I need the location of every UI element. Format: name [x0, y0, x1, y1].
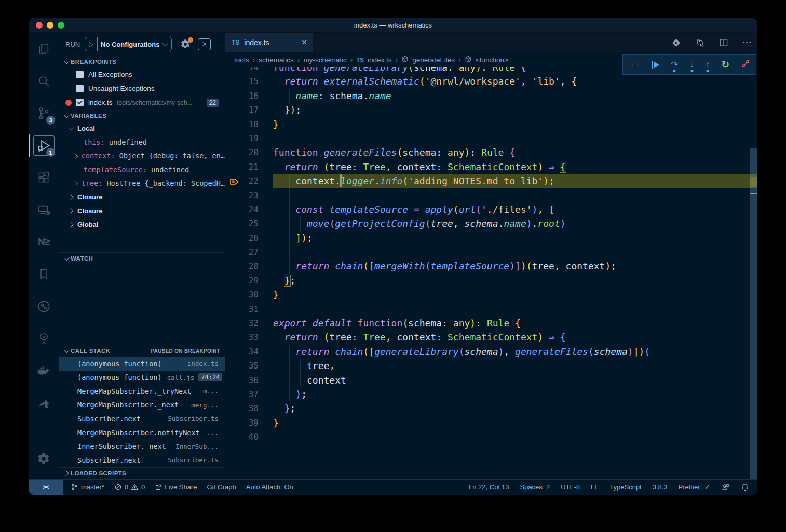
step-out-button[interactable]: ↑	[706, 60, 710, 70]
line-number-gutter[interactable]: 26	[225, 231, 273, 245]
variable-row[interactable]: tree: HostTree {_backend: ScopedH…	[59, 176, 225, 190]
call-stack-frame[interactable]: MergeMapSubscriber.notifyNext...	[59, 426, 225, 440]
sidebar-item-git-graph[interactable]	[29, 290, 59, 322]
tab-index-ts[interactable]: TS index.ts ×	[225, 33, 313, 52]
sidebar-item-search[interactable]	[29, 65, 59, 97]
variables-header[interactable]: VARIABLES	[59, 110, 225, 121]
eol-status[interactable]: LF	[591, 483, 599, 491]
line-number-gutter[interactable]: 29	[225, 274, 273, 288]
manage-gear-button[interactable]	[29, 443, 59, 475]
line-number-gutter[interactable]: 33	[225, 330, 273, 344]
line-number-gutter[interactable]: 27	[225, 245, 273, 259]
step-into-button[interactable]: ↓	[689, 60, 694, 70]
line-number-gutter[interactable]: 38	[225, 401, 273, 415]
sidebar-item-source-control[interactable]: 3	[29, 97, 59, 129]
line-number-gutter[interactable]: 25	[225, 216, 273, 230]
call-stack-frame[interactable]: MergeMapSubscriber._tryNextm...	[59, 384, 225, 398]
line-number-gutter[interactable]: 34	[225, 345, 273, 359]
line-number-gutter[interactable]: 28	[225, 259, 273, 273]
sidebar-item-bookmarks[interactable]	[29, 258, 59, 290]
line-number-gutter[interactable]: 35	[225, 359, 273, 373]
encoding-status[interactable]: UTF-8	[561, 483, 580, 491]
checkbox-checked[interactable]	[76, 99, 84, 106]
variable-row[interactable]: context: Object {debug: false, en…	[59, 149, 225, 163]
sidebar-item-docker[interactable]	[29, 354, 59, 387]
variable-row[interactable]: Closure	[59, 190, 225, 204]
breadcrumb-item[interactable]: index.ts	[368, 56, 392, 64]
call-stack-frame[interactable]: Subscriber.nextSubscriber.ts	[59, 412, 225, 426]
breakpoint-row[interactable]: index.ts tools/schematics/my-sch... 22	[59, 96, 225, 110]
line-number-gutter[interactable]: 24	[225, 202, 273, 216]
sidebar-item-project-share[interactable]	[29, 387, 59, 419]
call-stack-frame[interactable]: Subscriber.nextSubscriber.ts	[59, 453, 225, 467]
line-number-gutter[interactable]: 23	[225, 188, 273, 202]
prettier-status[interactable]: Prettier: ✓	[679, 483, 710, 491]
sidebar-item-run-debug[interactable]: 1	[29, 129, 59, 161]
live-share-button[interactable]: Live Share	[155, 483, 197, 491]
run-diamond-icon[interactable]	[671, 38, 681, 48]
line-number-gutter[interactable]: 20	[225, 145, 273, 159]
sidebar-item-extensions[interactable]	[29, 161, 59, 194]
debug-console-button[interactable]: >	[198, 38, 211, 50]
zoom-window-button[interactable]	[58, 22, 64, 29]
breadcrumb-item[interactable]: my-schematic	[303, 56, 346, 64]
remote-indicator[interactable]: ><	[29, 480, 63, 495]
language-mode-status[interactable]: TypeScript	[609, 483, 641, 491]
minimize-window-button[interactable]	[47, 22, 53, 29]
breakpoint-row[interactable]: All Exceptions	[59, 67, 225, 81]
call-stack-header[interactable]: CALL STACK PAUSED ON BREAKPOINT	[59, 345, 225, 357]
line-number-gutter[interactable]: 15	[225, 74, 273, 88]
indentation-status[interactable]: Spaces: 2	[520, 483, 550, 491]
checkbox-unchecked[interactable]	[76, 85, 84, 92]
restart-button[interactable]: ↻	[721, 59, 729, 71]
typescript-version-status[interactable]: 3.8.3	[653, 483, 668, 491]
start-debug-icon[interactable]: ▷	[85, 40, 97, 48]
feedback-button[interactable]	[721, 483, 730, 492]
checkbox-unchecked[interactable]	[76, 71, 84, 78]
close-tab-icon[interactable]: ×	[302, 37, 307, 48]
configure-launch-button[interactable]	[180, 39, 191, 49]
loaded-scripts-header[interactable]: LOADED SCRIPTS	[59, 467, 225, 479]
line-number-gutter[interactable]: 40	[225, 430, 273, 444]
line-number-gutter[interactable]: 16	[225, 89, 273, 103]
breadcrumb-item[interactable]: schematics	[259, 56, 294, 64]
call-stack-frame[interactable]: (anonymous function)index.ts	[59, 357, 225, 371]
sidebar-item-remote-explorer[interactable]	[29, 194, 59, 226]
line-number-gutter[interactable]: 30	[225, 288, 273, 302]
breadcrumb-item[interactable]: tools	[234, 56, 249, 64]
line-number-gutter[interactable]: 36	[225, 373, 273, 387]
notifications-button[interactable]	[741, 483, 749, 492]
variable-row[interactable]: this: undefined	[59, 135, 225, 149]
breakpoints-header[interactable]: BREAKPOINTS	[59, 56, 225, 67]
line-number-gutter[interactable]: 21	[225, 160, 273, 174]
launch-config-dropdown[interactable]: ▷ No Configurations	[85, 37, 172, 51]
step-over-button[interactable]: ↷	[671, 59, 678, 70]
breakpoint-row[interactable]: Uncaught Exceptions	[59, 81, 225, 96]
breadcrumb-item[interactable]: <function>	[476, 56, 508, 64]
call-stack-frame[interactable]: InnerSubscriber._nextInnerSub...	[59, 440, 225, 454]
auto-attach-toggle[interactable]: Auto Attach: On	[246, 483, 293, 491]
more-actions-icon[interactable]: ···	[742, 38, 752, 47]
continue-button[interactable]	[652, 61, 660, 69]
disconnect-button[interactable]	[741, 59, 750, 71]
variable-row[interactable]: Global	[59, 218, 225, 232]
compare-changes-icon[interactable]	[695, 38, 705, 48]
call-stack-frame[interactable]: (anonymous function)call.js74:24	[59, 371, 225, 385]
variable-row[interactable]: templateSource: undefined	[59, 163, 225, 177]
variable-row[interactable]: Local	[59, 121, 225, 135]
sidebar-item-nx-console[interactable]: N≥	[29, 226, 59, 258]
cursor-position-status[interactable]: Ln 22, Col 13	[469, 483, 509, 491]
close-window-button[interactable]	[36, 22, 43, 29]
line-number-gutter[interactable]: 39	[225, 416, 273, 430]
call-stack-frame[interactable]: MergeMapSubscriber._nextmerg...	[59, 398, 225, 412]
code-editor[interactable]: 14function generateLibrary(schema: any):…	[225, 67, 757, 479]
line-number-gutter[interactable]: 18	[225, 117, 273, 131]
line-number-gutter[interactable]: 37	[225, 387, 273, 401]
sidebar-item-explorer[interactable]	[29, 33, 59, 65]
git-graph-button[interactable]: Git Graph	[207, 483, 236, 491]
line-number-gutter[interactable]: 19	[225, 131, 273, 145]
line-number-gutter[interactable]: 32	[225, 316, 273, 330]
line-number-gutter[interactable]: 17	[225, 103, 273, 117]
editor-scrollbar[interactable]	[750, 148, 757, 479]
breadcrumb-item[interactable]: generateFiles	[412, 56, 455, 64]
